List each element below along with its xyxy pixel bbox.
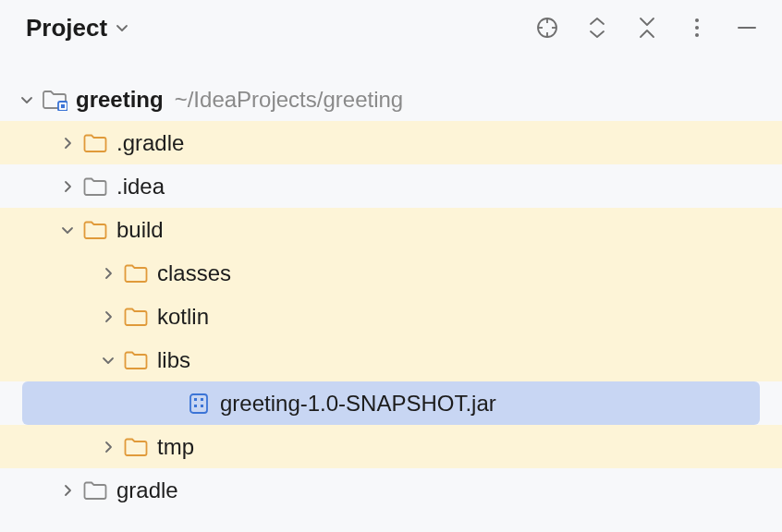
tree-label: libs	[157, 347, 190, 373]
module-folder-icon	[41, 89, 68, 111]
tool-window-header: Project	[0, 0, 782, 55]
tree-row-dot-gradle[interactable]: .gradle	[0, 121, 782, 164]
folder-icon	[122, 263, 150, 284]
chevron-right-icon[interactable]	[98, 267, 118, 280]
tree-row-gradle[interactable]: gradle	[0, 468, 782, 512]
tree-label: .gradle	[116, 130, 184, 156]
svg-rect-11	[190, 394, 207, 413]
svg-rect-14	[194, 405, 197, 407]
tree-label: gradle	[116, 478, 178, 503]
tree-label: kotlin	[157, 304, 209, 330]
tree-row-classes[interactable]: classes	[0, 251, 782, 295]
chevron-down-icon[interactable]	[57, 224, 78, 236]
folder-icon	[122, 307, 150, 327]
tree-label: build	[116, 217, 164, 243]
tree-label: .idea	[116, 174, 165, 200]
tool-window-actions	[534, 15, 760, 41]
chevron-right-icon[interactable]	[98, 441, 118, 453]
jar-file-icon	[185, 393, 213, 415]
folder-grey-icon	[81, 480, 109, 501]
tree-label: greeting	[76, 87, 164, 113]
tree-row-jar-selected[interactable]: greeting-1.0-SNAPSHOT.jar	[22, 381, 760, 425]
minimize-icon[interactable]	[734, 15, 760, 41]
svg-rect-12	[194, 398, 197, 401]
chevron-right-icon[interactable]	[57, 180, 78, 193]
tree-row-libs[interactable]: libs	[0, 338, 782, 381]
tree-label: tmp	[157, 434, 194, 460]
svg-point-6	[695, 26, 699, 30]
folder-icon	[81, 220, 109, 240]
tree-path-label: ~/IdeaProjects/greeting	[175, 87, 404, 113]
project-tree: greeting ~/IdeaProjects/greeting .gradle…	[0, 55, 782, 512]
svg-rect-10	[61, 104, 65, 108]
tree-row-dot-idea[interactable]: .idea	[0, 164, 782, 208]
chevron-down-icon[interactable]	[17, 93, 37, 106]
chevron-right-icon[interactable]	[98, 310, 118, 323]
tree-row-build[interactable]: build	[0, 208, 782, 251]
chevron-right-icon[interactable]	[57, 137, 78, 150]
tree-label: classes	[157, 260, 231, 286]
folder-icon	[122, 350, 150, 370]
folder-grey-icon	[81, 176, 109, 197]
more-options-icon[interactable]	[684, 15, 710, 41]
tree-row-root[interactable]: greeting ~/IdeaProjects/greeting	[0, 78, 782, 121]
folder-icon	[122, 437, 150, 457]
hide-icon[interactable]	[634, 15, 660, 41]
tree-label: greeting-1.0-SNAPSHOT.jar	[220, 391, 496, 417]
tree-row-kotlin[interactable]: kotlin	[0, 295, 782, 338]
folder-icon	[81, 133, 109, 153]
view-mode-chevron-icon[interactable]	[115, 20, 129, 35]
select-opened-file-icon[interactable]	[534, 15, 560, 41]
expand-collapse-icon[interactable]	[584, 15, 610, 41]
svg-point-5	[695, 18, 699, 22]
chevron-right-icon[interactable]	[57, 484, 78, 497]
svg-point-7	[695, 33, 699, 37]
tree-row-tmp[interactable]: tmp	[0, 425, 782, 468]
svg-rect-15	[201, 405, 203, 407]
svg-rect-13	[201, 398, 203, 401]
chevron-down-icon[interactable]	[98, 354, 118, 367]
tool-window-title: Project	[26, 14, 107, 42]
